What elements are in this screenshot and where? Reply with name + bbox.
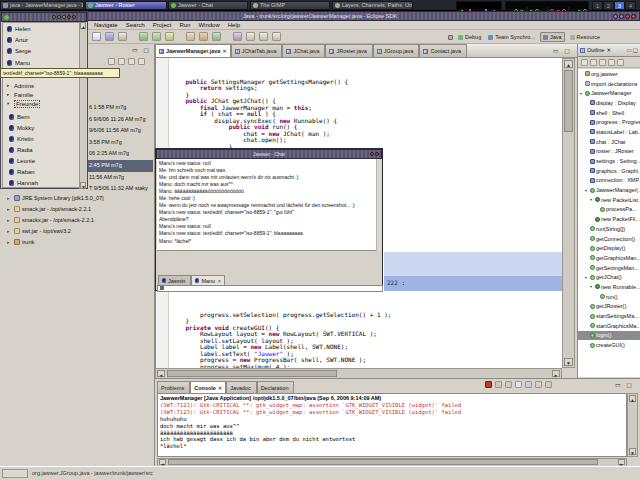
debug-icon[interactable] bbox=[139, 32, 148, 41]
outline-row[interactable]: ▾ new PacketList... bbox=[578, 195, 640, 205]
print-icon[interactable] bbox=[118, 32, 127, 41]
editor-tab[interactable]: J JGroup.java bbox=[373, 44, 420, 57]
close-icon[interactable]: ✕ bbox=[606, 47, 611, 53]
expander-icon[interactable]: ▾ bbox=[580, 91, 584, 96]
view-minmax-buttons[interactable]: ▭ ▢ bbox=[132, 46, 151, 53]
tree-row[interactable]: ▸ smack.jar - /opt/smack-2.2.1 bbox=[7, 203, 153, 214]
outline-row[interactable]: startGraphicsMa... bbox=[578, 321, 640, 331]
tree-row[interactable]: ▸ JRE System Library [jdk1.5.0_07] bbox=[7, 192, 153, 203]
outline-row[interactable]: org.jawwer bbox=[578, 69, 640, 79]
chat-scrollbar[interactable] bbox=[376, 159, 381, 251]
menu-item[interactable]: Window bbox=[198, 22, 219, 28]
scroll-right-icon[interactable]: ▸ bbox=[618, 459, 625, 465]
scroll-right-icon[interactable]: ▸ bbox=[552, 370, 560, 377]
forward-icon[interactable] bbox=[272, 32, 281, 41]
workspace-button[interactable]: 1 bbox=[592, 1, 603, 10]
taskbar-window-eclipse[interactable]: java - JawwerManager.java - E... bbox=[0, 1, 84, 10]
outline-row[interactable]: connection : XMP... bbox=[578, 176, 640, 186]
back-icon[interactable] bbox=[259, 32, 268, 41]
editor-tab[interactable]: J JRoster.java bbox=[325, 44, 372, 57]
outline-row[interactable]: getConnection() bbox=[578, 234, 640, 244]
menu-item[interactable]: Navigate bbox=[94, 22, 118, 28]
taskbar-window-gimp[interactable]: The GIMP bbox=[250, 1, 330, 10]
expander-icon[interactable]: ▾ bbox=[590, 284, 594, 289]
roster-contact[interactable]: Helen bbox=[3, 23, 80, 34]
roster-titlebar[interactable] bbox=[1, 12, 87, 22]
roster-list[interactable]: Helen Artur Serge Manu bbox=[2, 22, 81, 188]
maximize-button[interactable] bbox=[625, 14, 630, 19]
outline-row[interactable]: login() bbox=[578, 331, 640, 341]
editor-tab[interactable]: J JChatTab.java bbox=[231, 44, 283, 57]
new-package-icon[interactable] bbox=[199, 32, 208, 41]
workspace-button[interactable]: 3 bbox=[614, 1, 625, 10]
editor-tab[interactable]: J JChat.java bbox=[282, 44, 325, 57]
new-wizard-icon[interactable] bbox=[92, 32, 101, 41]
expander-icon[interactable]: ▸ bbox=[7, 239, 12, 245]
scroll-lock-icon[interactable] bbox=[525, 381, 532, 388]
minimize-button[interactable] bbox=[619, 14, 624, 19]
editor-tab[interactable]: J JawwerManager.java ✕ bbox=[155, 44, 231, 57]
outline-row[interactable]: run(String[]) bbox=[578, 224, 640, 234]
expander-icon[interactable]: ▾ bbox=[585, 275, 589, 280]
roster-contact[interactable]: Bern bbox=[5, 111, 81, 122]
open-perspective-icon[interactable] bbox=[448, 35, 453, 40]
expander-icon[interactable]: ▾ bbox=[585, 188, 589, 193]
menu-item[interactable]: Project bbox=[153, 22, 172, 28]
titlebar-button[interactable] bbox=[57, 15, 61, 19]
save-icon[interactable] bbox=[105, 32, 114, 41]
outline-row[interactable]: import declarations bbox=[578, 79, 640, 89]
smiley-icon[interactable] bbox=[160, 286, 164, 290]
menu-item[interactable]: Run bbox=[179, 22, 190, 28]
outline-row[interactable]: statusLabel : Lab... bbox=[578, 127, 640, 137]
workspace-button[interactable]: 4 bbox=[625, 1, 636, 10]
scrollbar-thumb[interactable] bbox=[167, 370, 337, 377]
terminate-icon[interactable] bbox=[485, 381, 492, 388]
outline-header[interactable]: ≡ Outline ✕ ▭▢ bbox=[578, 44, 640, 57]
outline-row[interactable]: progress : Progres... bbox=[578, 117, 640, 127]
close-button[interactable] bbox=[631, 14, 636, 19]
outline-row[interactable]: processPa... bbox=[578, 205, 640, 215]
chat-message-input[interactable] bbox=[166, 286, 382, 291]
perspective-team-synchronizing[interactable]: Team Synchro... bbox=[486, 32, 537, 42]
close-icon[interactable]: ✕ bbox=[222, 48, 226, 54]
taskbar-window-jawwer-roster[interactable]: Jawwer - Roster bbox=[85, 1, 167, 10]
sort-icon[interactable] bbox=[581, 59, 588, 66]
scroll-up-icon[interactable]: ▲ bbox=[629, 395, 636, 402]
expander-icon[interactable]: ▸ bbox=[7, 83, 12, 88]
panel-tab[interactable]: Console ✕ bbox=[190, 381, 226, 393]
outline-row[interactable]: run() bbox=[578, 292, 640, 302]
link-with-editor-icon[interactable] bbox=[118, 58, 125, 65]
close-icon[interactable]: ✕ bbox=[217, 278, 221, 284]
expander-icon[interactable]: ▾ bbox=[7, 101, 12, 106]
roster-contact[interactable]: Hannah bbox=[5, 177, 81, 188]
new-class-icon[interactable] bbox=[212, 32, 221, 41]
menu-item[interactable]: Help bbox=[228, 22, 240, 28]
console-vertical-scrollbar[interactable]: ▲ ▼ bbox=[627, 393, 638, 457]
outline-row[interactable]: createGUI() bbox=[578, 340, 640, 350]
close-button[interactable] bbox=[375, 152, 379, 156]
roster-contact[interactable]: Mokky bbox=[5, 122, 81, 133]
tree-row[interactable]: ▸ smackx.jar - /opt/smack-2.2.1 bbox=[7, 214, 153, 225]
roster-contact[interactable]: Artur bbox=[3, 34, 80, 45]
scroll-down-icon[interactable]: ▼ bbox=[564, 358, 573, 366]
perspective-resource[interactable]: Resource bbox=[568, 32, 603, 42]
hide-fields-icon[interactable] bbox=[590, 59, 597, 66]
scroll-left-icon[interactable]: ◂ bbox=[157, 370, 165, 377]
expander-icon[interactable]: ▾ bbox=[590, 197, 594, 202]
expander-icon[interactable]: ▸ bbox=[7, 217, 12, 223]
workspace-button[interactable]: 2 bbox=[603, 1, 614, 10]
outline-row[interactable]: ▾ getJChat() bbox=[578, 272, 640, 282]
titlebar-button[interactable] bbox=[62, 15, 66, 19]
editor-tab[interactable]: J Contact.java bbox=[419, 44, 467, 57]
outline-row[interactable]: startSettingsMa... bbox=[578, 311, 640, 321]
roster-contact[interactable]: Leonie bbox=[5, 155, 81, 166]
perspective-java[interactable]: Java bbox=[540, 32, 565, 42]
view-minmax-buttons[interactable]: ▭▢ bbox=[627, 47, 639, 53]
eclipse-titlebar[interactable]: Java - trunk/src/org/jawwer/JawwerManage… bbox=[0, 11, 640, 21]
roster-group[interactable]: ▾ Freunde bbox=[5, 99, 81, 108]
taskbar-window-gimp-layers[interactable]: Layers, Channels, Paths, Und... bbox=[332, 1, 413, 10]
close-icon[interactable]: ✕ bbox=[218, 385, 222, 391]
expander-icon[interactable]: ▸ bbox=[7, 206, 12, 212]
clear-console-icon[interactable] bbox=[515, 381, 522, 388]
scroll-left-icon[interactable]: ◂ bbox=[159, 459, 166, 465]
